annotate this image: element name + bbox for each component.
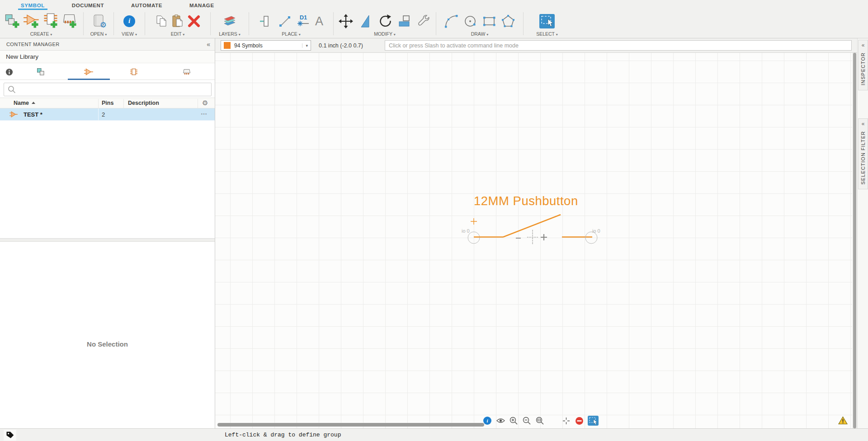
copy-icon[interactable] xyxy=(154,14,169,28)
right-panel-rail: « INSPECTOR « SELECTION FILTER xyxy=(857,38,868,428)
zoom-out-icon[interactable] xyxy=(522,416,531,425)
layers-icon[interactable] xyxy=(222,14,237,29)
column-divider xyxy=(98,108,99,120)
pushbutton-symbol-drawing[interactable] xyxy=(459,211,631,252)
delete-icon[interactable] xyxy=(187,14,201,28)
column-divider xyxy=(198,99,198,108)
status-message: Left-click & drag to define group xyxy=(225,432,341,438)
library-section-tabs xyxy=(0,63,215,80)
table-row[interactable]: TEST * 2 ⋯ xyxy=(0,108,215,121)
caret-down-icon: ▾ xyxy=(556,33,558,37)
eye-icon[interactable] xyxy=(496,416,505,425)
horizontal-scrollbar[interactable] xyxy=(217,423,484,427)
value-anchor-icon xyxy=(541,234,547,240)
layers-menu-label[interactable]: LAYERS ▾ xyxy=(212,31,248,38)
selection-filter-panel-tab[interactable]: « SELECTION FILTER xyxy=(858,118,868,189)
caret-down-icon: ▾ xyxy=(302,43,308,48)
paste-icon[interactable] xyxy=(170,14,185,28)
move-icon[interactable] xyxy=(338,14,354,29)
info-icon[interactable]: i xyxy=(483,416,492,425)
info-icon[interactable]: i xyxy=(123,15,135,27)
column-header-name[interactable]: Name xyxy=(14,100,35,106)
row-actions-icon[interactable]: ⋯ xyxy=(201,110,208,117)
modify-menu-label[interactable]: MODIFY ▾ xyxy=(335,31,435,38)
column-header-pins[interactable]: Pins xyxy=(102,100,113,106)
tab-automate[interactable]: AUTOMATE xyxy=(128,1,165,10)
tab-document[interactable]: DOCUMENT xyxy=(69,1,107,10)
zoom-fit-icon[interactable] xyxy=(535,416,544,425)
library-packages-tab-icon[interactable] xyxy=(179,66,195,78)
toolbar-separator xyxy=(83,12,84,35)
create-menu-label[interactable]: CREATE ▾ xyxy=(0,31,82,38)
switch-lever[interactable] xyxy=(503,215,561,237)
draw-polygon-icon[interactable] xyxy=(501,14,515,28)
toolbar-separator xyxy=(523,12,524,35)
group-create: CREATE ▾ xyxy=(0,10,82,38)
hide-layer-icon[interactable] xyxy=(575,416,584,425)
column-divider xyxy=(123,99,124,108)
grid-icon[interactable] xyxy=(548,416,557,425)
panel-splitter[interactable] xyxy=(0,238,215,242)
symbol-editor-canvas[interactable]: 12MM Pushbutton io 0 io 0 i xyxy=(215,53,852,428)
inspector-label: INSPECTOR xyxy=(860,52,866,85)
mirror-icon[interactable] xyxy=(359,14,373,28)
place-name-value-icon[interactable]: D1 xyxy=(297,15,310,27)
status-bar: Left-click & drag to define group xyxy=(0,428,868,441)
group-draw: DRAW ▾ xyxy=(437,10,522,38)
new-component-icon[interactable] xyxy=(4,13,21,30)
library-title: New Library xyxy=(0,51,215,63)
draw-menu-label[interactable]: DRAW ▾ xyxy=(437,31,522,38)
view-menu-label[interactable]: VIEW ▾ xyxy=(115,31,144,38)
open-library-icon[interactable]: ⚙ xyxy=(91,14,106,29)
column-header-description[interactable]: Description xyxy=(128,100,159,106)
content-manager-header: CONTENT MANAGER « xyxy=(0,38,215,51)
grid-coordinates-readout: 0.1 inch (-2.0 0.7) xyxy=(319,42,363,49)
place-pin-icon[interactable] xyxy=(259,14,273,28)
library-devices-tab-icon[interactable] xyxy=(33,66,49,78)
caret-down-icon: ▾ xyxy=(183,33,184,37)
pin-circle-left[interactable] xyxy=(468,232,480,244)
library-footprints-tab-icon[interactable] xyxy=(126,66,142,78)
place-text-icon[interactable]: A xyxy=(315,14,323,28)
canvas-quick-toolbar: i xyxy=(483,416,599,426)
draw-rect-icon[interactable] xyxy=(482,14,496,28)
origin-crosshair-icon[interactable] xyxy=(561,416,571,425)
place-line-icon[interactable] xyxy=(278,14,292,28)
place-menu-label[interactable]: PLACE ▾ xyxy=(250,31,332,38)
align-icon[interactable] xyxy=(397,14,412,28)
zoom-in-icon[interactable] xyxy=(509,416,518,425)
library-symbols-tab-icon[interactable] xyxy=(80,66,97,78)
library-info-tab-icon[interactable] xyxy=(1,66,17,78)
new-footprint-icon[interactable] xyxy=(42,13,59,30)
new-symbol-icon[interactable] xyxy=(23,13,40,30)
select-menu-label[interactable]: SELECT ▾ xyxy=(524,31,570,38)
pin-label-left: io 0 xyxy=(462,228,470,234)
tab-symbol[interactable]: SYMBOL xyxy=(18,1,47,10)
collapse-panel-icon[interactable]: « xyxy=(207,42,210,47)
layer-dropdown[interactable]: 94 Symbols ▾ xyxy=(221,40,311,51)
toolbar-separator xyxy=(249,12,249,35)
command-line-input[interactable] xyxy=(385,40,852,51)
new-package-icon[interactable] xyxy=(61,13,78,30)
content-manager-title: CONTENT MANAGER xyxy=(6,42,207,47)
warning-icon[interactable] xyxy=(838,416,848,427)
inspector-panel-tab[interactable]: « INSPECTOR xyxy=(858,40,868,90)
table-settings-gear-icon[interactable]: ⚙ xyxy=(202,99,208,107)
open-menu-label[interactable]: OPEN ▾ xyxy=(85,31,113,38)
search-input[interactable] xyxy=(16,83,211,96)
tag-icon[interactable] xyxy=(4,430,16,441)
rotate-icon[interactable] xyxy=(378,14,392,28)
caret-down-icon: ▾ xyxy=(50,33,52,37)
library-search-box[interactable] xyxy=(4,83,212,96)
layer-color-swatch xyxy=(224,42,231,49)
symbol-title-text[interactable]: 12MM Pushbutton xyxy=(474,194,578,208)
wrench-icon[interactable] xyxy=(417,14,431,28)
row-pins: 2 xyxy=(102,111,105,118)
tab-manage[interactable]: MANAGE xyxy=(187,1,217,10)
edit-menu-label[interactable]: EDIT ▾ xyxy=(146,31,209,38)
select-tool-icon[interactable] xyxy=(539,14,555,28)
draw-arc-icon[interactable] xyxy=(444,14,458,28)
draw-circle-icon[interactable] xyxy=(463,14,477,28)
vertical-scrollbar[interactable] xyxy=(853,53,856,428)
select-mode-active-icon[interactable] xyxy=(588,416,599,426)
